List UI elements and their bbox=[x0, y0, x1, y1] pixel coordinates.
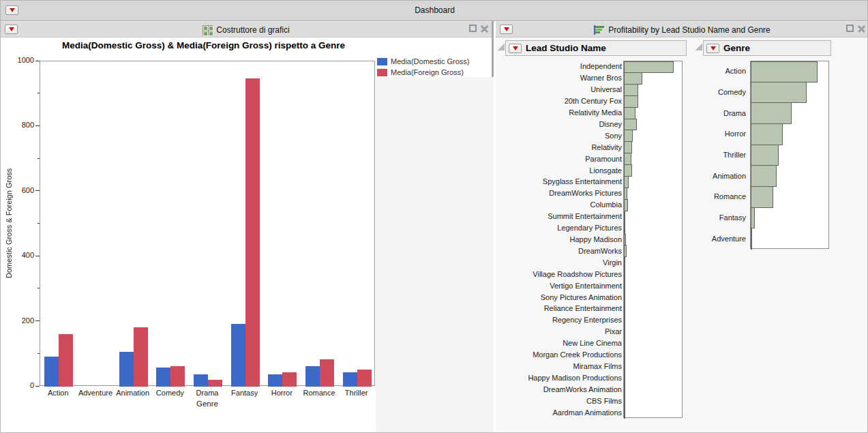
legend-item[interactable]: Media(Domestic Gross) bbox=[377, 56, 470, 67]
bar-Relativity Media[interactable] bbox=[624, 107, 635, 119]
bar-foreign-Romance[interactable] bbox=[320, 359, 334, 387]
bar-domestic-Romance[interactable] bbox=[305, 366, 320, 387]
bar-DreamWorks Animation[interactable] bbox=[624, 383, 625, 395]
y-axis-title[interactable]: Domestic Gross & Foreign Gross bbox=[5, 61, 16, 386]
bar-Vertigo Entertainment[interactable] bbox=[624, 280, 625, 292]
bar-Reliance Entertainment[interactable] bbox=[624, 303, 625, 315]
bar-domestic-Drama[interactable] bbox=[194, 374, 208, 387]
bar-foreign-Horror[interactable] bbox=[282, 372, 297, 387]
x-axis-category-label: Thriller bbox=[338, 389, 375, 397]
bar-domestic-Fantasy[interactable] bbox=[231, 324, 245, 387]
x-axis-title[interactable]: Genre bbox=[40, 400, 375, 408]
bar-New Line Cinema[interactable] bbox=[624, 338, 625, 350]
profitability-title: Profitability by Lead Studio Name and Ge… bbox=[608, 25, 770, 35]
category-label: Action bbox=[678, 61, 746, 82]
dashboard-title-bar[interactable]: Dashboard bbox=[1, 1, 868, 21]
category-label: Columbia bbox=[496, 199, 622, 211]
category-label: Regency Enterprises bbox=[496, 314, 622, 326]
graph-builder-red-triangle-button[interactable] bbox=[5, 25, 18, 34]
bar-Aardman Animations[interactable] bbox=[624, 406, 625, 419]
x-axis-category-label: Comedy bbox=[151, 389, 189, 397]
bar-Miramax Films[interactable] bbox=[624, 360, 625, 372]
category-label: Universal bbox=[496, 84, 622, 95]
bar-foreign-Drama[interactable] bbox=[208, 380, 222, 387]
bar-Sony[interactable] bbox=[624, 130, 633, 142]
bar-DreamWorks[interactable] bbox=[624, 245, 627, 257]
bar-DreamWorks Pictures[interactable] bbox=[624, 188, 627, 200]
bar-Independent[interactable] bbox=[624, 61, 674, 73]
bar-Happy Madison[interactable] bbox=[624, 234, 626, 246]
bar-domestic-Action[interactable] bbox=[44, 357, 59, 387]
bar-Pixar[interactable] bbox=[624, 326, 625, 338]
category-label: Romance bbox=[678, 186, 746, 207]
lead-studio-section-header[interactable]: Lead Studio Name bbox=[505, 40, 687, 56]
bar-Action[interactable] bbox=[751, 61, 818, 83]
bar-domestic-Animation[interactable] bbox=[119, 352, 134, 387]
bar-Paramount[interactable] bbox=[624, 153, 631, 165]
graph-builder-header-bar[interactable]: Costruttore di grafici bbox=[1, 21, 492, 38]
category-label: Drama bbox=[678, 102, 746, 123]
bar-Happy Madison Productions[interactable] bbox=[624, 372, 625, 384]
bar-Fantasy[interactable] bbox=[751, 207, 755, 229]
bar-domestic-Horror[interactable] bbox=[268, 374, 282, 387]
close-icon[interactable] bbox=[481, 25, 488, 32]
bar-20th Century Fox[interactable] bbox=[624, 95, 638, 108]
category-label: Comedy bbox=[678, 82, 746, 103]
category-label: Animation bbox=[678, 165, 746, 186]
lead-studio-bar-chart[interactable] bbox=[623, 61, 683, 418]
bar-CBS Films[interactable] bbox=[624, 395, 625, 407]
bar-foreign-Fantasy[interactable] bbox=[245, 78, 260, 387]
graph-builder-body: Media(Domestic Gross) & Media(Foreign Gr… bbox=[1, 38, 492, 433]
maximize-icon[interactable] bbox=[846, 25, 854, 32]
bar-foreign-Thriller[interactable] bbox=[357, 370, 372, 387]
bar-domestic-Comedy[interactable] bbox=[156, 368, 170, 387]
bar-Universal[interactable] bbox=[624, 84, 638, 96]
bar-Regency Enterprises[interactable] bbox=[624, 314, 625, 327]
bar-Legendary Pictures[interactable] bbox=[624, 222, 625, 235]
dashboard-title: Dashboard bbox=[1, 5, 868, 15]
bar-Thriller[interactable] bbox=[751, 145, 779, 166]
bar-Adventure[interactable] bbox=[751, 228, 752, 250]
bar-Warner Bros[interactable] bbox=[624, 72, 642, 85]
bar-Relativity[interactable] bbox=[624, 141, 632, 153]
bar-Sony Pictures Animation[interactable] bbox=[624, 291, 625, 303]
red-triangle-icon bbox=[504, 27, 509, 31]
close-icon[interactable] bbox=[858, 25, 865, 32]
legend-item[interactable]: Media(Foreign Gross) bbox=[377, 67, 470, 78]
bar-domestic-Thriller[interactable] bbox=[343, 372, 357, 387]
y-axis-tick bbox=[38, 223, 40, 224]
lead-studio-red-triangle-button[interactable] bbox=[509, 44, 522, 53]
bar-Comedy[interactable] bbox=[751, 82, 807, 104]
bar-Romance[interactable] bbox=[751, 186, 773, 208]
profitability-red-triangle-button[interactable] bbox=[500, 25, 513, 34]
category-label: DreamWorks bbox=[496, 245, 622, 256]
y-axis-tick bbox=[35, 320, 40, 321]
category-label: CBS Films bbox=[496, 395, 622, 406]
profitability-header-bar[interactable]: Profitability by Lead Studio Name and Ge… bbox=[496, 21, 868, 38]
category-label: Relativity bbox=[496, 141, 622, 153]
bar-foreign-Action[interactable] bbox=[59, 334, 73, 387]
genre-red-triangle-button[interactable] bbox=[706, 44, 719, 53]
bar-Horror[interactable] bbox=[751, 123, 783, 145]
collapse-triangle-icon[interactable] bbox=[695, 44, 702, 50]
bar-Village Roadshow Pictures[interactable] bbox=[624, 268, 625, 280]
genre-bar-chart[interactable] bbox=[750, 61, 829, 249]
bar-Disney[interactable] bbox=[624, 119, 637, 131]
bar-Summit Entertainment[interactable] bbox=[624, 211, 625, 223]
bar-Morgan Creek Productions[interactable] bbox=[624, 349, 625, 361]
genre-section-header[interactable]: Genre bbox=[703, 40, 831, 56]
maximize-icon[interactable] bbox=[469, 25, 477, 32]
chart-plot-area[interactable] bbox=[40, 61, 375, 386]
bar-Virgin[interactable] bbox=[624, 256, 625, 269]
category-label: New Line Cinema bbox=[496, 338, 622, 349]
bar-foreign-Animation[interactable] bbox=[134, 327, 148, 387]
bar-Columbia[interactable] bbox=[624, 199, 628, 211]
category-label: Horror bbox=[678, 123, 746, 145]
bar-Lionsgate[interactable] bbox=[624, 164, 632, 177]
bar-Animation[interactable] bbox=[751, 165, 777, 187]
collapse-triangle-icon[interactable] bbox=[498, 44, 505, 50]
genre-section-title: Genre bbox=[723, 43, 750, 53]
bar-Drama[interactable] bbox=[751, 102, 792, 124]
bar-Spyglass Entertainment[interactable] bbox=[624, 176, 629, 188]
bar-foreign-Comedy[interactable] bbox=[170, 366, 185, 387]
